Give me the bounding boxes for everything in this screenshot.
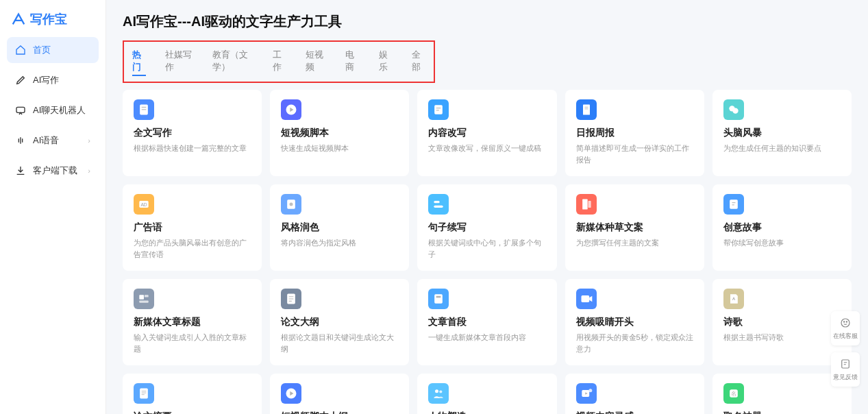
pencil-icon xyxy=(15,75,26,86)
svg-rect-17 xyxy=(582,199,588,210)
card-desc: 帮你续写创意故事 xyxy=(723,237,841,249)
svg-rect-22 xyxy=(139,301,148,303)
float-label: 在线客服 xyxy=(833,332,858,341)
svg-rect-16 xyxy=(434,206,443,208)
card-icon xyxy=(281,194,301,215)
template-card[interactable]: AD广告语为您的产品头脑风暴出有创意的广告宣传语 xyxy=(123,184,262,271)
svg-rect-38 xyxy=(842,360,850,368)
float-buttons: 在线客服意见反馈 xyxy=(831,311,860,387)
template-card[interactable]: 论文大纲根据论文题目和关键词生成论文大纲 xyxy=(270,279,409,365)
card-title: 日报周报 xyxy=(576,127,693,139)
sidebar-item-home[interactable]: 首页 xyxy=(7,37,99,63)
sidebar-item-label: AI聊天机器人 xyxy=(33,104,86,117)
template-card[interactable]: 风格润色将内容润色为指定风格 xyxy=(270,184,409,271)
feedback-icon xyxy=(839,358,852,372)
sidebar-item-label: 首页 xyxy=(33,44,51,56)
card-desc: 快速生成短视频脚本 xyxy=(281,143,398,154)
card-icon xyxy=(428,99,449,120)
svg-rect-21 xyxy=(145,295,149,297)
card-icon: AD xyxy=(134,194,154,215)
card-desc: 一键生成新媒体文章首段内容 xyxy=(428,332,545,343)
card-icon xyxy=(576,194,597,215)
tab-item[interactable]: 电商 xyxy=(345,47,359,76)
sidebar-item-audio[interactable]: AI语音› xyxy=(7,127,99,154)
svg-rect-3 xyxy=(142,109,147,110)
template-card[interactable]: 头脑风暴为您生成任何主题的知识要点 xyxy=(712,90,852,176)
sidebar-item-label: AI写作 xyxy=(33,74,59,86)
template-card[interactable]: 新媒体种草文案为您撰写任何主题的文案 xyxy=(565,184,704,271)
card-title: 短视频脚本 xyxy=(281,127,398,139)
template-card[interactable]: 短视频脚本快速生成短视频脚本 xyxy=(270,90,409,176)
tab-item[interactable]: 全部 xyxy=(412,47,425,76)
chat-icon xyxy=(15,105,26,116)
float-smile-button[interactable]: 在线客服 xyxy=(831,311,860,345)
svg-rect-25 xyxy=(436,296,441,298)
sidebar-item-label: AI语音 xyxy=(33,134,59,147)
tab-item[interactable]: 娱乐 xyxy=(379,47,393,76)
tab-item[interactable]: 工作 xyxy=(273,47,286,76)
template-card[interactable]: 视频内容灵感想热点拍视频？让AI写作宝来提供灵感 xyxy=(565,374,704,414)
sidebar-item-pencil[interactable]: AI写作 xyxy=(7,67,99,93)
category-tabs: 热门社媒写作教育（文学）工作短视频电商娱乐全部 xyxy=(123,40,435,83)
card-title: 头脑风暴 xyxy=(723,127,841,139)
tab-item[interactable]: 热门 xyxy=(132,47,146,76)
card-icon xyxy=(281,99,301,120)
svg-text:AD: AD xyxy=(140,202,147,207)
float-feedback-button[interactable]: 意见反馈 xyxy=(831,352,860,387)
card-grid: 全文写作根据标题快速创建一篇完整的文章短视频脚本快速生成短视频脚本内容改写文章改… xyxy=(123,90,852,414)
card-title: 论文摘要 xyxy=(134,411,251,414)
logo-text: 写作宝 xyxy=(30,11,67,27)
card-icon xyxy=(576,99,597,120)
svg-point-36 xyxy=(844,321,845,321)
card-icon xyxy=(576,289,597,309)
tab-item[interactable]: 短视频 xyxy=(306,47,326,76)
chevron-right-icon: › xyxy=(88,136,90,145)
svg-point-30 xyxy=(440,390,443,393)
sidebar-item-chat[interactable]: AI聊天机器人 xyxy=(7,97,99,123)
card-title: 文章首段 xyxy=(428,316,545,328)
tab-item[interactable]: 社媒写作 xyxy=(165,47,193,76)
template-card[interactable]: 内容改写文章改像改写，保留原义一键成稿 xyxy=(417,90,556,176)
svg-point-14 xyxy=(290,203,293,206)
svg-point-10 xyxy=(732,108,738,114)
card-title: 视频吸睛开头 xyxy=(576,316,693,328)
svg-point-35 xyxy=(841,319,850,327)
page-title: AI写作宝---AI驱动的文字生产力工具 xyxy=(123,12,852,31)
card-title: 论文大纲 xyxy=(281,316,398,328)
sidebar-item-download[interactable]: 客户端下载› xyxy=(7,158,99,184)
template-card[interactable]: 句子续写根据关键词或中心句，扩展多个句子 xyxy=(417,184,556,271)
template-card[interactable]: 新媒体文章标题输入关键词生成引人入胜的文章标题 xyxy=(123,279,262,365)
card-icon xyxy=(576,383,597,404)
svg-rect-6 xyxy=(583,105,590,115)
template-card[interactable]: 创意故事帮你续写创意故事 xyxy=(712,184,852,271)
tab-item[interactable]: 教育（文学） xyxy=(212,47,254,76)
template-card[interactable]: 全文写作根据标题快速创建一篇完整的文章 xyxy=(123,90,262,176)
card-icon xyxy=(723,289,744,309)
card-icon: 名 xyxy=(723,383,744,404)
card-title: 广告语 xyxy=(134,221,251,234)
home-icon xyxy=(15,45,26,56)
card-title: 人物塑造 xyxy=(428,411,545,414)
svg-rect-27 xyxy=(140,389,148,399)
chevron-right-icon: › xyxy=(88,167,90,175)
main-content: AI写作宝---AI驱动的文字生产力工具 热门社媒写作教育（文学）工作短视频电商… xyxy=(106,0,868,414)
card-icon xyxy=(428,383,449,404)
card-desc: 将内容润色为指定风格 xyxy=(281,237,398,249)
card-title: 创意故事 xyxy=(723,221,841,234)
svg-point-37 xyxy=(846,321,847,321)
card-desc: 根据主题书写诗歌 xyxy=(723,332,841,343)
template-card[interactable]: 短视频脚本大纲生成VLOG、口播稿等短视频的拍摄大纲 xyxy=(270,374,409,414)
card-title: 新媒体种草文案 xyxy=(576,221,693,234)
svg-rect-24 xyxy=(435,294,443,303)
template-card[interactable]: 论文摘要根据论文题目和关键词生成论文摘要 xyxy=(123,374,262,414)
svg-rect-18 xyxy=(588,201,591,208)
template-card[interactable]: 视频吸睛开头用视频开头的黄金5秒，锁定观众注意力 xyxy=(565,279,704,365)
template-card[interactable]: 日报周报简单描述即可生成一份详实的工作报告 xyxy=(565,90,704,176)
svg-rect-5 xyxy=(435,105,443,114)
card-title: 风格润色 xyxy=(281,221,398,234)
float-label: 意见反馈 xyxy=(833,373,858,382)
template-card[interactable]: 文章首段一键生成新媒体文章首段内容 xyxy=(417,279,556,365)
svg-rect-7 xyxy=(584,107,588,108)
card-icon xyxy=(281,289,301,309)
template-card[interactable]: 人物塑造为你故事中的角色塑造一个丰满的人物形象 xyxy=(417,374,556,414)
